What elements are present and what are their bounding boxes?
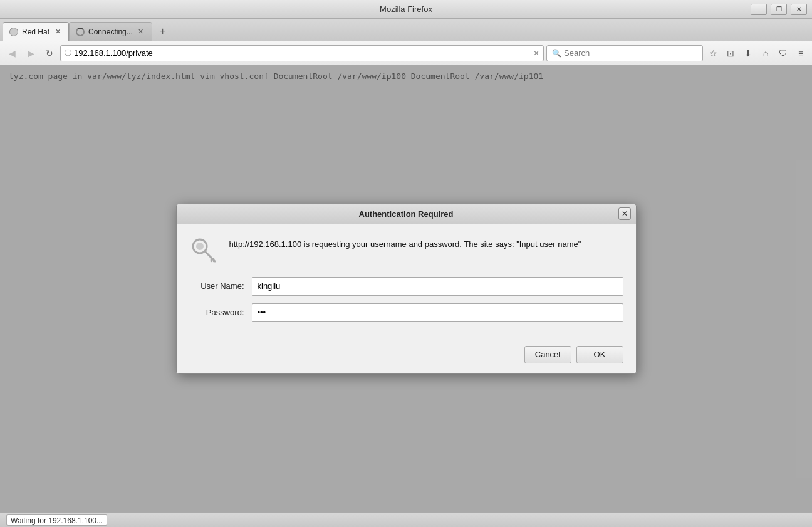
menu-icon[interactable]: ≡ xyxy=(793,46,808,61)
svg-point-1 xyxy=(196,243,204,250)
address-input[interactable] xyxy=(74,48,531,58)
tab-connecting[interactable]: Connecting... ✕ xyxy=(69,22,152,41)
dialog-body: http://192.168.1.100 is requesting your … xyxy=(177,224,636,341)
password-row: Password: xyxy=(189,303,623,322)
address-bar[interactable]: ⓘ ✕ xyxy=(60,45,544,61)
download-icon[interactable]: ⬇ xyxy=(741,46,756,61)
address-clear-icon[interactable]: ✕ xyxy=(533,49,539,58)
dialog-titlebar: Authentication Required ✕ xyxy=(177,204,636,224)
status-text: Waiting for 192.168.1.100... xyxy=(6,514,107,526)
address-lock-icon: ⓘ xyxy=(65,48,71,58)
new-tab-button[interactable]: + xyxy=(155,24,171,39)
search-input[interactable] xyxy=(564,48,697,58)
auth-dialog: Authentication Required ✕ xyxy=(176,204,637,374)
tab-redhat[interactable]: Red Hat ✕ xyxy=(3,22,69,41)
page-content: lyz.com page in var/www/lyz/index.html v… xyxy=(0,65,812,512)
tab-bar: Red Hat ✕ Connecting... ✕ + xyxy=(0,19,812,41)
status-bar: Waiting for 192.168.1.100... xyxy=(0,512,812,527)
ok-button[interactable]: OK xyxy=(576,346,623,363)
minimize-button[interactable]: − xyxy=(751,4,767,15)
tab-redhat-label: Red Hat xyxy=(22,28,49,36)
tab-connecting-label: Connecting... xyxy=(88,28,133,36)
pocket-icon[interactable]: ⊡ xyxy=(723,46,738,61)
back-button[interactable]: ◀ xyxy=(4,45,20,61)
window-controls: − ❐ ✕ xyxy=(751,4,807,15)
password-label: Password: xyxy=(189,308,252,317)
title-bar: Mozilla Firefox − ❐ ✕ xyxy=(0,0,812,19)
forward-button[interactable]: ▶ xyxy=(23,45,39,61)
dialog-message-text: http://192.168.1.100 is requesting your … xyxy=(229,236,581,251)
password-input[interactable] xyxy=(252,303,623,322)
tab-loading-icon xyxy=(76,28,85,36)
username-input[interactable] xyxy=(252,277,623,296)
dialog-message-row: http://192.168.1.100 is requesting your … xyxy=(189,236,623,266)
modal-overlay: Authentication Required ✕ xyxy=(0,65,812,512)
restore-button[interactable]: ❐ xyxy=(771,4,787,15)
search-bar[interactable]: 🔍 xyxy=(546,45,703,61)
tab-connecting-close[interactable]: ✕ xyxy=(137,28,145,36)
shield-icon[interactable]: 🛡 xyxy=(776,46,791,61)
close-button[interactable]: ✕ xyxy=(791,4,807,15)
username-row: User Name: xyxy=(189,277,623,296)
window-title: Mozilla Firefox xyxy=(380,4,432,14)
cancel-button[interactable]: Cancel xyxy=(524,346,571,363)
tab-favicon xyxy=(9,28,18,36)
tab-redhat-close[interactable]: ✕ xyxy=(53,28,62,36)
nav-right-icons: ☆ ⊡ ⬇ ⌂ 🛡 ≡ xyxy=(705,46,808,61)
nav-bar: ◀ ▶ ↻ ⓘ ✕ 🔍 ☆ ⊡ ⬇ ⌂ 🛡 ≡ xyxy=(0,41,812,65)
home-icon[interactable]: ⌂ xyxy=(758,46,773,61)
dialog-close-button[interactable]: ✕ xyxy=(618,207,631,220)
reload-button[interactable]: ↻ xyxy=(41,45,58,61)
search-icon: 🔍 xyxy=(552,49,561,58)
dialog-title: Authentication Required xyxy=(359,209,454,219)
dialog-footer: Cancel OK xyxy=(177,341,636,373)
bookmark-icon[interactable]: ☆ xyxy=(705,46,721,61)
key-icon xyxy=(189,236,219,266)
username-label: User Name: xyxy=(189,281,252,291)
